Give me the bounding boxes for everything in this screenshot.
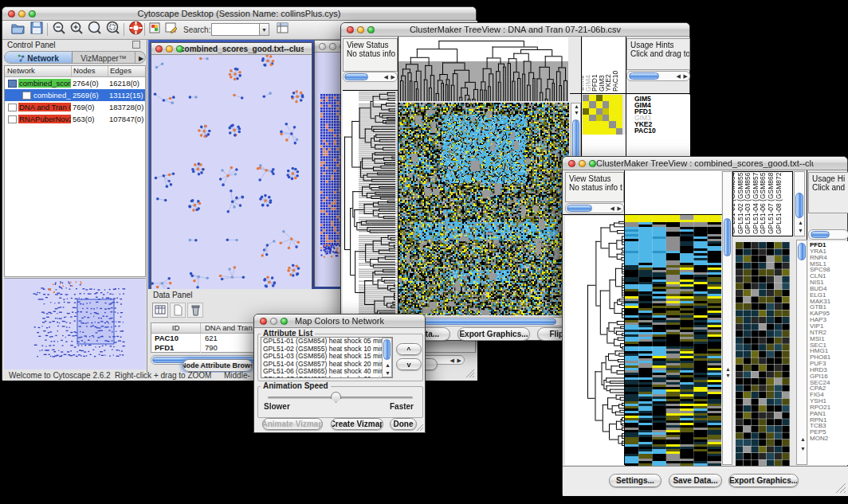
control-panel-title: Control Panel xyxy=(7,41,56,49)
zoom-selected-icon[interactable] xyxy=(105,21,121,39)
close-button[interactable] xyxy=(260,318,267,325)
close-button[interactable] xyxy=(319,43,326,50)
tv2-labels-vscrollbar[interactable]: ▲▼ xyxy=(794,171,805,236)
zoom-fit-icon[interactable] xyxy=(87,21,103,39)
minimize-button[interactable] xyxy=(357,26,364,33)
tv2-heatmap-vscrollbar[interactable]: ▲▼ xyxy=(722,171,732,465)
dialog-resize-grip[interactable] xyxy=(416,424,424,432)
tab-vizmapper[interactable]: VizMapper™ xyxy=(73,52,135,64)
network-table-row[interactable]: RNAPuberNov2+!563(0)107847(0) xyxy=(5,113,145,125)
close-button[interactable] xyxy=(568,160,575,167)
tv1-status-hscrollbar[interactable]: ◀▶ xyxy=(343,72,398,82)
tab-network[interactable]: Network xyxy=(5,52,73,64)
table-export-icon[interactable] xyxy=(276,21,290,38)
create-vizmap-button[interactable]: Create Vizmap xyxy=(331,418,383,430)
save-icon[interactable] xyxy=(29,21,44,38)
vizmap-icon[interactable] xyxy=(148,21,161,38)
zoom-button[interactable] xyxy=(589,160,596,167)
tv2-export-graphics-button[interactable]: Export Graphics... xyxy=(728,474,799,487)
animation-speed-label: Animation Speed xyxy=(261,381,331,390)
close-button[interactable] xyxy=(8,10,15,18)
network-edges: 183728(0) xyxy=(108,103,145,111)
col-edges[interactable]: Edges xyxy=(108,66,145,76)
tv1-cluster-matrix[interactable] xyxy=(583,95,622,135)
matrix-cell xyxy=(583,128,589,135)
network-view-1-canvas[interactable] xyxy=(151,55,312,289)
trash-icon[interactable] xyxy=(187,303,203,318)
document-icon xyxy=(8,104,17,111)
float-panel-icon[interactable] xyxy=(132,41,140,49)
zoom-button[interactable] xyxy=(281,318,288,325)
help-lifering-icon[interactable] xyxy=(128,21,144,39)
annotation-icon[interactable] xyxy=(164,21,179,38)
attr-col-id[interactable]: ID xyxy=(151,323,201,333)
tv2-row-dendrogram[interactable] xyxy=(565,216,624,465)
zoom-in-icon[interactable] xyxy=(69,21,84,39)
zoom-button[interactable] xyxy=(29,10,36,18)
zoom-button[interactable] xyxy=(176,45,183,53)
attribute-list-scrollbar[interactable]: ▲▼ xyxy=(382,338,392,377)
network-overview-canvas[interactable] xyxy=(4,279,146,369)
network-table-row[interactable]: DNA and Tran 07769(0)183728(0) xyxy=(5,101,145,113)
main-titlebar[interactable]: Cytoscape Desktop (Session Name: collins… xyxy=(2,7,476,21)
dialog-titlebar[interactable]: Map Colors to Network xyxy=(254,315,425,328)
tv1-matrix-below xyxy=(583,135,626,158)
matrix-cell xyxy=(609,95,615,101)
tv2-settings-button[interactable]: Settings... xyxy=(609,474,662,487)
close-button[interactable] xyxy=(347,26,354,33)
search-dropdown-arrow[interactable]: ▼ xyxy=(259,23,269,36)
toolbar-separator xyxy=(144,23,145,36)
attribute-list-item[interactable]: GPL51-07 (GSM868) heat shock 60 min xyxy=(263,376,392,378)
table-tab-icon[interactable] xyxy=(152,303,168,318)
done-button[interactable]: Done xyxy=(390,418,417,430)
minimize-button[interactable] xyxy=(579,160,586,167)
matrix-cell xyxy=(583,101,589,107)
minimize-button[interactable] xyxy=(270,318,277,325)
matrix-cell xyxy=(596,108,603,115)
tv2-col-dendrogram[interactable] xyxy=(625,171,721,214)
search-input[interactable] xyxy=(211,23,259,36)
tv1-export-graphics-button[interactable]: Export Graphics... xyxy=(457,327,530,341)
zoom-button[interactable] xyxy=(367,26,375,33)
column-label: GPL51-08 (GSM872) xyxy=(775,171,783,234)
network-table-row[interactable]: combined_sco2569(6)13112(15) xyxy=(5,89,145,101)
tv2-heatmap[interactable] xyxy=(625,215,721,466)
network-tab-icon xyxy=(18,54,25,62)
network-table-row[interactable]: combined_scores2764(0)16218(0) xyxy=(5,77,145,89)
minimize-button[interactable] xyxy=(166,45,173,53)
tv1-row-dendrogram[interactable] xyxy=(343,90,398,316)
close-button[interactable] xyxy=(155,45,163,53)
zoom-out-icon[interactable] xyxy=(52,21,67,39)
network-overview[interactable] xyxy=(4,278,146,369)
row-id: PAC10 xyxy=(151,334,201,343)
minimize-button[interactable] xyxy=(329,43,336,50)
tv1-col-dendrogram[interactable] xyxy=(398,37,568,101)
tv2-genes-vscrollbar[interactable]: ▲▼ xyxy=(796,240,807,465)
new-doc-icon[interactable] xyxy=(170,303,186,318)
minimize-button[interactable] xyxy=(18,10,26,18)
tv2-zoom-heatmap[interactable] xyxy=(736,242,790,467)
window-controls[interactable] xyxy=(8,10,36,18)
tabs-overflow-button[interactable]: ▶ xyxy=(135,52,146,64)
tv1-heatmap[interactable] xyxy=(398,103,569,315)
treeview2-titlebar[interactable]: ClusterMaker TreeView : combined_scores_… xyxy=(563,157,847,170)
tv1-usage-hscrollbar[interactable]: ◀▶ xyxy=(626,71,690,81)
node-attribute-browser-button[interactable]: Node Attribute Brows xyxy=(183,359,253,372)
tv2-resize-grip[interactable] xyxy=(835,483,846,494)
col-nodes[interactable]: Nodes xyxy=(72,66,108,76)
attribute-listbox[interactable]: GPL51-01 (GSM854) heat shock 05 minGPL51… xyxy=(261,337,393,378)
col-network[interactable]: Network xyxy=(5,66,72,76)
open-file-icon[interactable] xyxy=(10,21,26,38)
animate-vizmap-button[interactable]: Animate Vizmap xyxy=(262,418,323,430)
resize-grip[interactable] xyxy=(465,369,475,378)
tv2-status-hscrollbar[interactable]: ◀▶ xyxy=(565,203,624,213)
matrix-cell xyxy=(603,101,609,107)
move-up-button[interactable]: ^ xyxy=(396,343,422,355)
tv1-divider xyxy=(581,37,582,158)
tv2-save-data-button[interactable]: Save Data... xyxy=(669,474,722,487)
network-view-1-titlebar[interactable]: combined_scores_good.txt--cluste... xyxy=(151,43,312,55)
tv2-usage-hscrollbar[interactable] xyxy=(808,229,848,240)
move-down-button[interactable]: v xyxy=(396,358,422,370)
treeview1-titlebar[interactable]: ClusterMaker TreeView : DNA and Tran 07-… xyxy=(341,23,689,37)
matrix-cell xyxy=(616,108,622,115)
